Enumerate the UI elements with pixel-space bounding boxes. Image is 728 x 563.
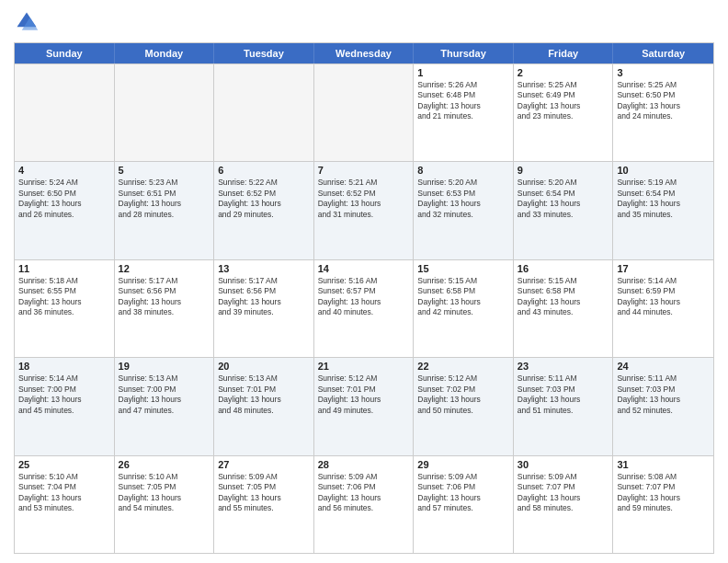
day-number: 7 [318, 165, 410, 176]
day-info: Sunrise: 5:13 AM Sunset: 7:01 PM Dayligh… [218, 373, 310, 416]
day-cell-24: 24Sunrise: 5:11 AM Sunset: 7:03 PM Dayli… [613, 358, 713, 454]
day-info: Sunrise: 5:14 AM Sunset: 7:00 PM Dayligh… [18, 373, 110, 416]
day-cell-4: 4Sunrise: 5:24 AM Sunset: 6:50 PM Daylig… [15, 162, 115, 259]
day-info: Sunrise: 5:16 AM Sunset: 6:57 PM Dayligh… [318, 276, 410, 318]
day-info: Sunrise: 5:17 AM Sunset: 6:56 PM Dayligh… [119, 276, 210, 318]
header-day-thursday: Thursday [414, 43, 514, 63]
day-info: Sunrise: 5:14 AM Sunset: 6:59 PM Dayligh… [617, 276, 710, 318]
header-day-saturday: Saturday [613, 43, 713, 63]
day-info: Sunrise: 5:19 AM Sunset: 6:54 PM Dayligh… [617, 178, 710, 220]
day-number: 23 [518, 361, 609, 372]
day-number: 21 [318, 361, 410, 372]
day-cell-12: 12Sunrise: 5:17 AM Sunset: 6:56 PM Dayli… [115, 260, 215, 357]
day-number: 13 [218, 263, 310, 274]
calendar-row-4: 25Sunrise: 5:10 AM Sunset: 7:04 PM Dayli… [15, 455, 713, 553]
empty-cell [214, 64, 314, 161]
day-number: 11 [18, 263, 110, 274]
day-info: Sunrise: 5:15 AM Sunset: 6:58 PM Dayligh… [417, 276, 509, 318]
day-cell-30: 30Sunrise: 5:09 AM Sunset: 7:07 PM Dayli… [514, 456, 614, 553]
header-day-friday: Friday [514, 43, 614, 63]
day-number: 22 [417, 361, 509, 372]
calendar-row-2: 11Sunrise: 5:18 AM Sunset: 6:55 PM Dayli… [15, 259, 713, 357]
day-number: 6 [218, 165, 310, 176]
calendar-body: 1Sunrise: 5:26 AM Sunset: 6:48 PM Daylig… [15, 63, 713, 553]
day-info: Sunrise: 5:13 AM Sunset: 7:00 PM Dayligh… [119, 373, 210, 416]
day-number: 20 [218, 361, 310, 372]
day-info: Sunrise: 5:11 AM Sunset: 7:03 PM Dayligh… [518, 373, 609, 416]
day-info: Sunrise: 5:10 AM Sunset: 7:04 PM Dayligh… [18, 472, 110, 514]
day-number: 25 [18, 459, 110, 470]
day-cell-23: 23Sunrise: 5:11 AM Sunset: 7:03 PM Dayli… [514, 358, 614, 454]
day-cell-27: 27Sunrise: 5:09 AM Sunset: 7:05 PM Dayli… [214, 456, 314, 553]
day-number: 29 [417, 459, 509, 470]
day-number: 18 [18, 361, 110, 372]
calendar-header: SundayMondayTuesdayWednesdayThursdayFrid… [15, 43, 713, 63]
day-cell-18: 18Sunrise: 5:14 AM Sunset: 7:00 PM Dayli… [15, 358, 115, 454]
day-info: Sunrise: 5:08 AM Sunset: 7:07 PM Dayligh… [617, 472, 710, 514]
day-cell-7: 7Sunrise: 5:21 AM Sunset: 6:52 PM Daylig… [314, 162, 415, 259]
day-cell-16: 16Sunrise: 5:15 AM Sunset: 6:58 PM Dayli… [514, 260, 614, 357]
day-number: 8 [417, 165, 509, 176]
day-cell-26: 26Sunrise: 5:10 AM Sunset: 7:05 PM Dayli… [115, 456, 215, 553]
day-cell-22: 22Sunrise: 5:12 AM Sunset: 7:02 PM Dayli… [414, 358, 514, 454]
day-number: 30 [518, 459, 609, 470]
day-cell-15: 15Sunrise: 5:15 AM Sunset: 6:58 PM Dayli… [414, 260, 514, 357]
day-info: Sunrise: 5:10 AM Sunset: 7:05 PM Dayligh… [119, 472, 210, 514]
day-number: 15 [417, 263, 509, 274]
day-number: 19 [119, 361, 210, 372]
day-cell-2: 2Sunrise: 5:25 AM Sunset: 6:49 PM Daylig… [514, 64, 614, 161]
day-number: 24 [617, 361, 710, 372]
header-day-monday: Monday [115, 43, 215, 63]
day-number: 31 [617, 459, 710, 470]
day-number: 5 [119, 165, 210, 176]
calendar-row-1: 4Sunrise: 5:24 AM Sunset: 6:50 PM Daylig… [15, 161, 713, 259]
day-cell-8: 8Sunrise: 5:20 AM Sunset: 6:53 PM Daylig… [414, 162, 514, 259]
empty-cell [15, 64, 115, 161]
day-cell-10: 10Sunrise: 5:19 AM Sunset: 6:54 PM Dayli… [613, 162, 713, 259]
day-cell-5: 5Sunrise: 5:23 AM Sunset: 6:51 PM Daylig… [115, 162, 215, 259]
calendar-row-0: 1Sunrise: 5:26 AM Sunset: 6:48 PM Daylig… [15, 63, 713, 161]
day-cell-11: 11Sunrise: 5:18 AM Sunset: 6:55 PM Dayli… [15, 260, 115, 357]
day-info: Sunrise: 5:25 AM Sunset: 6:49 PM Dayligh… [518, 80, 609, 122]
day-number: 16 [518, 263, 609, 274]
day-info: Sunrise: 5:17 AM Sunset: 6:56 PM Dayligh… [218, 276, 310, 318]
header-day-sunday: Sunday [15, 43, 115, 63]
day-number: 28 [318, 459, 410, 470]
day-cell-1: 1Sunrise: 5:26 AM Sunset: 6:48 PM Daylig… [414, 64, 514, 161]
calendar: SundayMondayTuesdayWednesdayThursdayFrid… [14, 42, 714, 554]
logo [14, 9, 43, 35]
day-info: Sunrise: 5:24 AM Sunset: 6:50 PM Dayligh… [18, 178, 110, 220]
day-info: Sunrise: 5:09 AM Sunset: 7:06 PM Dayligh… [318, 472, 410, 514]
day-cell-25: 25Sunrise: 5:10 AM Sunset: 7:04 PM Dayli… [15, 456, 115, 553]
day-info: Sunrise: 5:12 AM Sunset: 7:01 PM Dayligh… [318, 373, 410, 416]
day-number: 1 [417, 67, 509, 78]
day-cell-13: 13Sunrise: 5:17 AM Sunset: 6:56 PM Dayli… [214, 260, 314, 357]
logo-icon [14, 9, 40, 35]
header-day-wednesday: Wednesday [314, 43, 415, 63]
header [14, 9, 714, 35]
day-info: Sunrise: 5:12 AM Sunset: 7:02 PM Dayligh… [417, 373, 509, 416]
day-number: 3 [617, 67, 710, 78]
page: SundayMondayTuesdayWednesdayThursdayFrid… [0, 0, 728, 563]
day-cell-17: 17Sunrise: 5:14 AM Sunset: 6:59 PM Dayli… [613, 260, 713, 357]
day-info: Sunrise: 5:22 AM Sunset: 6:52 PM Dayligh… [218, 178, 310, 220]
calendar-row-3: 18Sunrise: 5:14 AM Sunset: 7:00 PM Dayli… [15, 357, 713, 454]
day-number: 26 [119, 459, 210, 470]
day-number: 10 [617, 165, 710, 176]
day-cell-28: 28Sunrise: 5:09 AM Sunset: 7:06 PM Dayli… [314, 456, 415, 553]
empty-cell [314, 64, 415, 161]
day-info: Sunrise: 5:20 AM Sunset: 6:53 PM Dayligh… [417, 178, 509, 220]
empty-cell [115, 64, 215, 161]
day-number: 2 [518, 67, 609, 78]
day-number: 4 [18, 165, 110, 176]
day-number: 27 [218, 459, 310, 470]
day-info: Sunrise: 5:21 AM Sunset: 6:52 PM Dayligh… [318, 178, 410, 220]
day-number: 14 [318, 263, 410, 274]
day-info: Sunrise: 5:18 AM Sunset: 6:55 PM Dayligh… [18, 276, 110, 318]
day-info: Sunrise: 5:20 AM Sunset: 6:54 PM Dayligh… [518, 178, 609, 220]
day-cell-21: 21Sunrise: 5:12 AM Sunset: 7:01 PM Dayli… [314, 358, 415, 454]
day-cell-29: 29Sunrise: 5:09 AM Sunset: 7:06 PM Dayli… [414, 456, 514, 553]
day-cell-6: 6Sunrise: 5:22 AM Sunset: 6:52 PM Daylig… [214, 162, 314, 259]
day-info: Sunrise: 5:09 AM Sunset: 7:07 PM Dayligh… [518, 472, 609, 514]
day-info: Sunrise: 5:15 AM Sunset: 6:58 PM Dayligh… [518, 276, 609, 318]
